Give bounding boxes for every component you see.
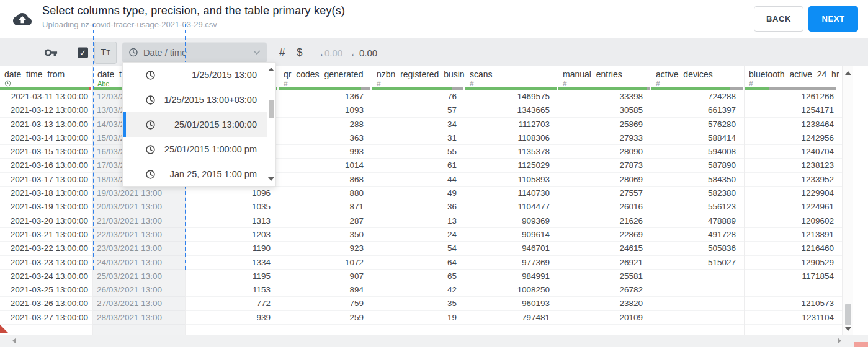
table-cell: 1210573	[745, 297, 842, 310]
column-name: qr_codes_generated	[284, 69, 372, 79]
table-cell: 24	[372, 228, 465, 242]
table-cell: 2021-03-26 13:00:00	[0, 297, 92, 310]
dropdown-scroll-up-icon[interactable]	[268, 68, 274, 71]
table-cell: 587890	[651, 159, 744, 172]
table-cell: 576280	[651, 118, 744, 131]
table-cell: 515027	[651, 256, 744, 270]
table-cell: 31	[372, 131, 465, 145]
table-cell: 25581	[558, 270, 651, 283]
table-cell: 23/03/2021 13:00	[93, 242, 185, 255]
table-cell: 2021-03-18 13:00:00	[0, 187, 92, 200]
left-arrow-icon: ←	[350, 47, 359, 58]
table-vertical-scrollbar[interactable]	[843, 66, 853, 335]
date-format-options: 1/25/2015 13:001/25/2015 13:00+03:0025/0…	[123, 63, 267, 187]
column-header[interactable]: scans #	[465, 66, 558, 87]
scroll-down-icon[interactable]	[845, 327, 851, 331]
table-cell: 30585	[558, 103, 651, 117]
table-cell: 64	[372, 256, 465, 270]
text-format-button[interactable]: Tt	[94, 42, 117, 64]
column-header[interactable]: qr_codes_generated #	[279, 66, 372, 87]
table-cell: 984991	[465, 270, 558, 283]
date-format-option[interactable]: 25/01/2015 13:00:00	[123, 112, 267, 137]
column-cells: 1469575134366511127031108306113537811250…	[465, 90, 558, 335]
table-cell: 868	[279, 173, 372, 187]
top-bar: Select columns type, precision, and the …	[0, 0, 868, 38]
table-cell: 259	[279, 311, 372, 325]
column-type-select-value: Date / time	[143, 48, 253, 58]
table-cell: 20109	[558, 311, 651, 325]
selected-column-left-edge[interactable]	[93, 24, 94, 270]
table-cell: 478889	[651, 214, 744, 228]
table-cell: 36	[372, 200, 465, 214]
table-cell: 1343665	[465, 103, 558, 117]
column-name: active_devices	[656, 69, 744, 79]
table-cell: 54	[372, 242, 465, 255]
scroll-up-icon[interactable]	[845, 71, 851, 75]
date-format-option[interactable]: 25/01/2015 1:00:00 pm	[123, 137, 267, 162]
quality-bar-green	[372, 87, 452, 90]
dropdown-scrollbar[interactable]	[267, 63, 275, 186]
scroll-right-icon[interactable]	[838, 338, 841, 344]
table-cell	[745, 283, 842, 297]
currency-type-button[interactable]: $	[297, 46, 302, 59]
quality-bar-red	[89, 87, 91, 90]
column-header[interactable]: date_time_from	[0, 66, 92, 87]
table-cell	[651, 270, 744, 283]
scroll-left-icon[interactable]	[12, 338, 16, 344]
table-cell: 1104477	[465, 200, 558, 214]
clock-icon	[4, 80, 11, 87]
dropdown-scroll-thumb[interactable]	[269, 100, 274, 118]
table-cell: 909369	[465, 214, 558, 228]
table-cell: 2021-03-24 13:00:00	[0, 270, 92, 283]
column-cells: 3339830585258692793328090278732806927557…	[558, 90, 651, 335]
table-cell: 1135378	[465, 145, 558, 159]
table-cell: 584350	[651, 173, 744, 187]
table-cell: 1008250	[465, 283, 558, 297]
column-header[interactable]: manual_entries #	[558, 66, 651, 87]
table-cell: 1334	[186, 256, 279, 270]
table-cell: 22/03/2021 13:00	[93, 228, 185, 242]
table-cell: 1096	[186, 187, 279, 200]
decrease-decimal-button[interactable]: ←0.00	[350, 47, 377, 58]
table-cell: 350	[279, 228, 372, 242]
table-cell	[651, 283, 744, 297]
date-format-option[interactable]: 1/25/2015 13:00	[123, 63, 267, 87]
number-type-button[interactable]: #	[279, 46, 285, 59]
horizontal-scroll-thumb[interactable]	[854, 342, 868, 347]
primary-key-icon[interactable]	[44, 46, 58, 59]
table-cell: 1153	[186, 283, 279, 297]
date-format-option[interactable]: Jan 25, 2015 1:00 pm	[123, 162, 267, 187]
column-qr_codes_generated: qr_codes_generated # 1367109328836399310…	[279, 66, 372, 335]
column-type-select[interactable]: Date / time	[122, 42, 267, 63]
table-cell	[651, 297, 744, 310]
dropdown-scroll-down-icon[interactable]	[268, 177, 274, 181]
table-cell: 25869	[558, 118, 651, 131]
clock-icon	[145, 70, 156, 81]
table-cell: 1171854	[745, 270, 842, 283]
table-cell: 27557	[558, 187, 651, 200]
table-cell: 2021-03-14 13:00:00	[0, 131, 92, 145]
table-cell: 26782	[558, 283, 651, 297]
table-cell: 960193	[465, 297, 558, 310]
table-cell: 1229904	[745, 187, 842, 200]
table-cell: 28069	[558, 173, 651, 187]
date-format-option[interactable]: 1/25/2015 13:00+03:00	[123, 87, 267, 112]
increase-decimal-button[interactable]: →0.00	[315, 47, 342, 58]
table-cell: 2021-03-15 13:00:00	[0, 145, 92, 159]
table-cell: 21/03/2021 13:00	[93, 214, 185, 228]
column-header[interactable]: active_devices #	[651, 66, 744, 87]
table-cell: 1261266	[745, 90, 842, 103]
table-cell: 26016	[558, 200, 651, 214]
column-header[interactable]: nzbn_registered_busine #	[372, 66, 465, 87]
page-title: Select columns type, precision, and the …	[42, 4, 345, 17]
date-format-label: Jan 25, 2015 1:00 pm	[156, 169, 267, 179]
vertical-scroll-thumb[interactable]	[845, 304, 851, 325]
column-name: scans	[470, 69, 558, 79]
back-button[interactable]: BACK	[754, 6, 803, 32]
table-cell: 1238464	[745, 118, 842, 131]
table-horizontal-scrollbar[interactable]	[0, 335, 868, 347]
include-column-checkbox[interactable]: ✓	[78, 47, 88, 58]
next-button[interactable]: NEXT	[808, 6, 858, 32]
column-header[interactable]: bluetooth_active_24_hr_ #	[745, 66, 842, 87]
table-cell: 1238123	[745, 159, 842, 172]
